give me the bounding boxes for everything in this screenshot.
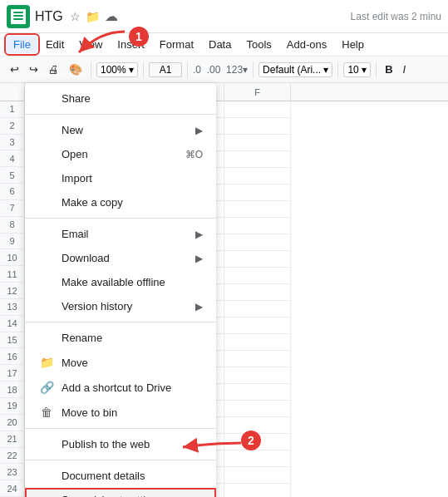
font-size-select[interactable]: 10 ▾ (343, 62, 371, 77)
main-area: 1 2 3 4 5 6 7 8 9 10 11 12 13 14 15 16 1… (0, 83, 448, 497)
cell-f17[interactable] (224, 367, 291, 384)
cell-f2[interactable] (224, 118, 291, 135)
open-shortcut: ⌘O (185, 149, 203, 160)
menu-view[interactable]: View (72, 36, 109, 53)
menu-item-new[interactable]: New ▶ (25, 118, 216, 142)
cell-f18[interactable] (224, 384, 291, 401)
zoom-select[interactable]: 100% ▾ (96, 62, 138, 77)
row-num-7: 7 (0, 200, 24, 217)
menu-insert[interactable]: Insert (111, 36, 151, 53)
row-num-17: 17 (0, 365, 24, 381)
row-num-23: 23 (0, 464, 24, 480)
redo-button[interactable]: ↪ (26, 62, 42, 77)
row-num-11: 11 (0, 266, 24, 283)
menu-edit[interactable]: Edit (39, 36, 71, 53)
cell-f9[interactable] (224, 234, 291, 251)
menu-item-make-copy-label: Make a copy (62, 196, 123, 209)
menu-item-offline[interactable]: Make available offline (25, 270, 216, 294)
menu-item-move[interactable]: 📁 Move (25, 350, 216, 375)
cell-f24[interactable] (224, 484, 291, 497)
menu-item-download-label: Download (62, 252, 110, 264)
font-family-select[interactable]: Default (Ari... ▾ (258, 62, 332, 77)
col-header-f: F (224, 83, 291, 101)
menu-item-spreadsheet-settings-label: Spreadsheet settings (62, 494, 163, 497)
menu-item-publish[interactable]: Publish to the web (25, 432, 216, 456)
cloud-icon: ☁ (105, 8, 118, 24)
toolbar-separator-3 (187, 62, 188, 78)
row-num-4: 4 (0, 150, 24, 167)
menu-item-doc-details-label: Document details (62, 470, 145, 482)
cell-f16[interactable] (224, 351, 291, 367)
cell-f7[interactable] (224, 201, 291, 218)
menu-bar: File Edit View Insert Format Data Tools … (0, 33, 448, 57)
cell-f22[interactable] (224, 450, 291, 467)
menu-item-spreadsheet-settings[interactable]: Spreadsheet settings (25, 488, 216, 497)
menu-item-make-copy[interactable]: Make a copy (25, 190, 216, 214)
cell-f1[interactable] (224, 101, 291, 118)
menu-item-move-bin[interactable]: 🗑 Move to bin (25, 400, 216, 425)
menu-item-email[interactable]: Email ▶ (25, 222, 216, 246)
cell-f21[interactable] (224, 434, 291, 450)
row-num-24: 24 (0, 480, 24, 497)
shortcut-icon: 🔗 (38, 381, 55, 394)
menu-divider-1 (25, 114, 216, 115)
undo-button[interactable]: ↩ (7, 62, 22, 77)
toolbar-formula-bar: .0 .00 123▾ (193, 64, 248, 76)
menu-item-doc-details[interactable]: Document details (25, 464, 216, 488)
cell-f4[interactable] (224, 151, 291, 168)
menu-data[interactable]: Data (202, 36, 238, 53)
cell-f19[interactable] (224, 401, 291, 417)
menu-divider-4 (25, 428, 216, 429)
menu-item-open-label: Open (62, 148, 88, 160)
italic-button[interactable]: I (400, 62, 410, 77)
cell-f8[interactable] (224, 218, 291, 234)
menu-help[interactable]: Help (335, 36, 371, 53)
menu-item-add-shortcut[interactable]: 🔗 Add a shortcut to Drive (25, 375, 216, 400)
menu-item-rename[interactable]: Rename (25, 326, 216, 350)
cell-f12[interactable] (224, 284, 291, 301)
menu-item-move-label: Move (62, 357, 88, 369)
menu-file[interactable]: File (7, 36, 37, 53)
menu-item-open[interactable]: Open ⌘O (25, 142, 216, 166)
cell-f3[interactable] (224, 135, 291, 151)
menu-item-version-history[interactable]: Version history ▶ (25, 294, 216, 318)
print-button[interactable]: 🖨 (45, 62, 62, 77)
cell-f10[interactable] (224, 251, 291, 268)
row-numbers: 1 2 3 4 5 6 7 8 9 10 11 12 13 14 15 16 1… (0, 83, 25, 497)
row-num-14: 14 (0, 316, 24, 332)
cell-reference[interactable]: A1 (149, 62, 182, 77)
folder-icon[interactable]: 📁 (86, 10, 100, 23)
menu-item-share-label: Share (62, 92, 91, 105)
cell-f13[interactable] (224, 301, 291, 317)
cell-f11[interactable] (224, 268, 291, 284)
star-icon[interactable]: ☆ (70, 10, 81, 23)
row-num-13: 13 (0, 299, 24, 316)
cell-f15[interactable] (224, 334, 291, 351)
cell-f20[interactable] (224, 417, 291, 434)
last-edit-text: Last edit was 2 minu (351, 11, 441, 22)
menu-item-import-label: Import (62, 172, 92, 185)
menu-item-publish-label: Publish to the web (62, 438, 150, 450)
menu-addons[interactable]: Add-ons (280, 36, 333, 53)
menu-item-share[interactable]: Share (25, 86, 216, 111)
row-num-15: 15 (0, 332, 24, 349)
row-num-5: 5 (0, 167, 24, 184)
menu-item-add-shortcut-label: Add a shortcut to Drive (62, 381, 171, 394)
menu-item-import[interactable]: Import (25, 166, 216, 190)
menu-item-email-label: Email (62, 228, 89, 240)
menu-item-offline-label: Make available offline (62, 276, 165, 288)
cell-f5[interactable] (224, 168, 291, 185)
toolbar-separator-4 (253, 62, 254, 78)
cell-f23[interactable] (224, 467, 291, 484)
paint-format-button[interactable]: 🎨 (66, 62, 86, 77)
doc-title: HTG (35, 9, 63, 24)
menu-item-download[interactable]: Download ▶ (25, 246, 216, 270)
row-num-2: 2 (0, 118, 24, 135)
toolbar: ↩ ↪ 🖨 🎨 100% ▾ A1 .0 .00 123▾ Default (A… (0, 57, 448, 83)
version-history-arrow-icon: ▶ (195, 301, 203, 312)
bold-button[interactable]: B (382, 62, 396, 77)
cell-f6[interactable] (224, 185, 291, 201)
menu-tools[interactable]: Tools (239, 36, 278, 53)
menu-format[interactable]: Format (153, 36, 200, 53)
cell-f14[interactable] (224, 317, 291, 334)
